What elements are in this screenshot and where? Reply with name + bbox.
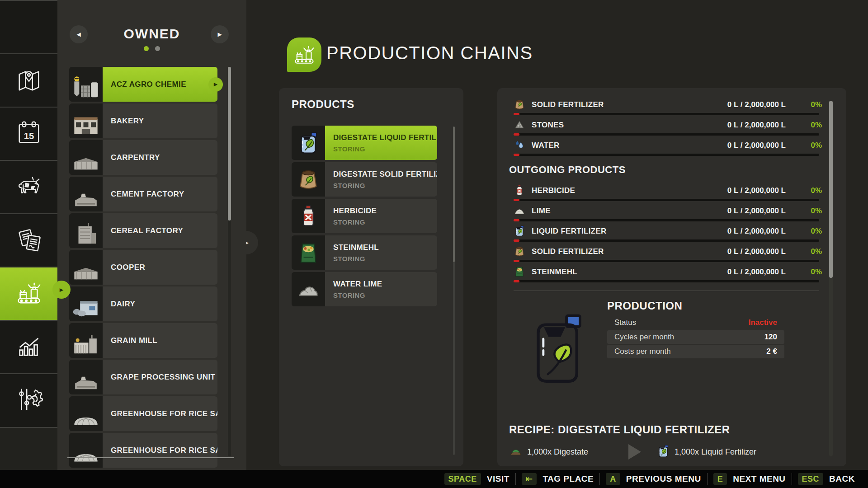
keycap: E: [713, 473, 727, 485]
factory-name: GRAIN MILL: [103, 323, 217, 358]
factory-thumbnail: [69, 286, 103, 321]
owned-list-scrollbar[interactable]: [228, 67, 231, 456]
factory-thumbnail: [69, 433, 103, 468]
outgoing-percent: 0%: [797, 206, 822, 216]
factory-name: CEREAL FACTORY: [103, 213, 217, 248]
product-label: DIGESTATE SOLID FERTILIZER STORING: [325, 162, 437, 197]
page-dot[interactable]: [144, 46, 149, 51]
storage-product-name: SOLID FERTILIZER: [532, 100, 604, 109]
recipe-output-icon: [656, 444, 670, 460]
outgoing-percent: 0%: [797, 267, 822, 277]
menu-rail-item[interactable]: 15: [0, 107, 57, 160]
outgoing-rows: HERBICIDE 0 L / 2,000,000 L 0% LIME 0 L …: [497, 182, 846, 284]
storage-progress-bar: [514, 133, 819, 136]
details-scrollbar[interactable]: [829, 101, 833, 456]
scrollbar-thumb[interactable]: [228, 67, 231, 221]
owned-factory-item[interactable]: GRAIN MILL ▶: [69, 323, 217, 358]
outgoing-progress-bar: [514, 239, 819, 242]
product-item[interactable]: STEINMEHL STORING ▶: [292, 235, 437, 270]
factory-thumbnail: [69, 396, 103, 431]
owned-factory-item[interactable]: ACZ AGRO CHEMIE ▶: [69, 67, 217, 102]
products-scrollbar[interactable]: [453, 127, 455, 455]
recipe-arrow-icon: [628, 444, 641, 460]
outgoing-amount: 0 L / 2,000,000 L: [727, 186, 786, 195]
recipe-input: 1,000x Digestate: [509, 444, 588, 460]
menu-rail-item[interactable]: [0, 320, 57, 373]
production-section-title: PRODUCTION: [607, 300, 682, 312]
product-status: STORING: [333, 218, 437, 226]
recipe-output: 1,000x Liquid Fertilizer: [656, 444, 756, 460]
factory-thumbnail: [69, 360, 103, 394]
key-hint-bar: SPACE VISIT ⇤ TAG PLACE A PREVIOUS MENU …: [0, 470, 868, 488]
recipe-title: RECIPE: DIGESTATE LIQUID FERTILIZER: [509, 423, 730, 436]
product-label: WATER LIME STORING: [325, 272, 437, 306]
products-panel-title: PRODUCTS: [292, 98, 354, 111]
product-item[interactable]: DIGESTATE LIQUID FERTILIZER STORING ▶: [292, 126, 437, 160]
storage-progress-bar: [514, 113, 819, 115]
recipe-output-label: 1,000x Liquid Fertilizer: [675, 447, 756, 457]
menu-rail-item[interactable]: [0, 160, 57, 213]
owned-factory-item[interactable]: CARPENTRY ▶: [69, 140, 217, 175]
outgoing-percent: 0%: [797, 186, 822, 195]
key-hint[interactable]: ESC BACK: [792, 473, 861, 485]
menu-rail-item[interactable]: [0, 53, 57, 107]
storage-percent: 0%: [797, 141, 822, 150]
scrollbar-thumb[interactable]: [453, 127, 455, 262]
menu-rail-item[interactable]: [0, 267, 57, 320]
factory-thumbnail: [69, 250, 103, 285]
recipe-input-icon: [509, 444, 523, 460]
key-hint[interactable]: SPACE VISIT: [439, 473, 515, 485]
owned-factory-item[interactable]: GREENHOUSE FOR RICE SA... ▶: [69, 433, 217, 468]
outgoing-row: LIME 0 L / 2,000,000 L 0%: [497, 202, 846, 223]
product-icon: [292, 162, 325, 197]
page-dot[interactable]: [155, 46, 160, 51]
storage-product-icon: [514, 119, 525, 131]
menu-rail-item[interactable]: [0, 373, 57, 427]
owned-factory-item[interactable]: CEMENT FACTORY ▶: [69, 177, 217, 211]
left-menu-rail: 15: [0, 0, 57, 470]
storage-product-name: STONES: [532, 121, 564, 130]
svg-text:15: 15: [24, 131, 34, 141]
scrollbar-thumb[interactable]: [829, 101, 833, 278]
storage-amount: 0 L / 2,000,000 L: [727, 100, 786, 109]
outgoing-product-icon: [514, 266, 525, 277]
owned-factory-item[interactable]: COOPER ▶: [69, 250, 217, 285]
factory-thumbnail: [69, 177, 103, 211]
storage-rows: SOLID FERTILIZER 0 L / 2,000,000 L 0% ST…: [497, 96, 846, 157]
key-hint[interactable]: ⇤ TAG PLACE: [515, 473, 599, 485]
menu-rail-item[interactable]: [0, 213, 57, 267]
key-hint[interactable]: E NEXT MENU: [707, 473, 792, 485]
product-item[interactable]: WATER LIME STORING ▶: [292, 272, 437, 306]
menu-rail-item[interactable]: [0, 0, 57, 53]
outgoing-progress-bar: [514, 219, 819, 221]
factory-name: BAKERY: [103, 103, 217, 138]
outgoing-product-name: HERBICIDE: [532, 186, 575, 195]
outgoing-product-name: LIME: [532, 206, 551, 216]
outgoing-progress-bar: [514, 199, 819, 201]
storage-percent: 0%: [797, 121, 822, 130]
factory-name: ACZ AGRO CHEMIE: [103, 67, 217, 102]
product-name: WATER LIME: [333, 280, 437, 289]
owned-factory-item[interactable]: CEREAL FACTORY ▶: [69, 213, 217, 248]
outgoing-progress-bar: [514, 280, 819, 282]
owned-next-page-button[interactable]: ▶: [211, 25, 229, 43]
active-menu-arrow-icon: ▶: [52, 281, 71, 299]
owned-factory-item[interactable]: BAKERY ▶: [69, 103, 217, 138]
outgoing-product-icon: [514, 184, 525, 196]
factory-thumbnail: [69, 323, 103, 358]
storage-progress-bar: [514, 154, 819, 156]
product-item[interactable]: DIGESTATE SOLID FERTILIZER STORING ▶: [292, 162, 437, 197]
outgoing-row: STEINMEHL 0 L / 2,000,000 L 0%: [497, 263, 846, 284]
product-name: STEINMEHL: [333, 243, 437, 252]
product-status: STORING: [333, 182, 437, 189]
owned-factory-item[interactable]: DAIRY ▶: [69, 286, 217, 321]
key-hint[interactable]: A PREVIOUS MENU: [599, 473, 707, 485]
keycap: A: [606, 473, 620, 485]
factory-name: COOPER: [103, 250, 217, 285]
owned-factory-item[interactable]: GREENHOUSE FOR RICE SA... ▶: [69, 396, 217, 431]
menu-rail-icon: 15: [15, 119, 43, 149]
outgoing-product-icon: [514, 205, 525, 216]
product-item[interactable]: HERBICIDE STORING ▶: [292, 199, 437, 233]
factory-thumbnail: [69, 67, 103, 102]
owned-factory-item[interactable]: GRAPE PROCESSING UNIT ▶: [69, 360, 217, 394]
